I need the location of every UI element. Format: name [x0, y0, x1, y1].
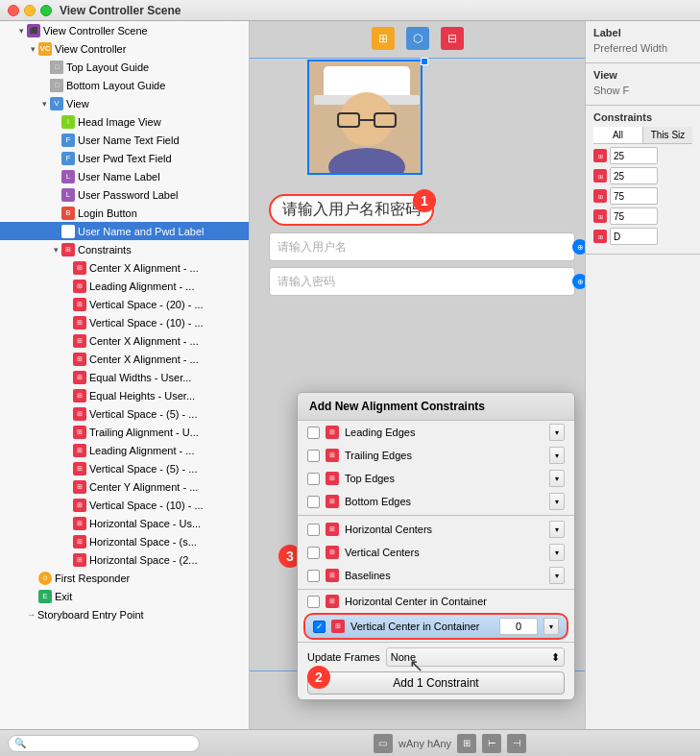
sidebar-item-center-x-3[interactable]: ⊞ Center X Alignment - ...	[0, 350, 249, 368]
corner-handle[interactable]	[421, 58, 428, 65]
popup-row-vert-container[interactable]: ✓ ⊞ Vertical Center in Container 0 ▾	[303, 613, 568, 640]
constraint-value-2[interactable]: 25	[610, 167, 658, 184]
constraint-icon: ⊞	[73, 316, 86, 329]
search-box[interactable]: 🔍	[8, 735, 200, 752]
tab-this-size[interactable]: This Siz	[643, 127, 692, 143]
bottom-edges-checkbox[interactable]	[307, 496, 320, 508]
sidebar-item-view[interactable]: V View	[0, 94, 249, 112]
popup-row-leading-edges[interactable]: ⊞ Leading Edges ▾	[298, 421, 574, 444]
sidebar-item-vert-10b[interactable]: ⊞ Vertical Space - (10) - ...	[0, 496, 249, 514]
alignment-constraints-popup[interactable]: Add New Alignment Constraints ⊞ Leading …	[297, 392, 575, 700]
baselines-dropdown[interactable]: ▾	[549, 567, 565, 584]
window-controls[interactable]	[8, 5, 52, 16]
toolbar-icon-1[interactable]: ⊞	[372, 27, 395, 50]
horiz-centers-checkbox[interactable]	[307, 524, 320, 536]
vert-container-dropdown[interactable]: ▾	[543, 618, 559, 635]
trailing-edges-checkbox[interactable]	[307, 450, 320, 462]
leading-edges-dropdown[interactable]: ▾	[549, 424, 565, 441]
sidebar-item-vert-20[interactable]: ⊞ Vertical Space - (20) - ...	[0, 295, 249, 313]
popup-row-vert-centers[interactable]: ⊞ Vertical Centers ▾	[298, 541, 574, 564]
constraint-value-5[interactable]: D	[610, 228, 658, 245]
expand-icon[interactable]	[38, 98, 50, 110]
sidebar-item-label: Vertical Space - (10) - ...	[89, 500, 204, 511]
spacer	[61, 354, 73, 365]
expand-icon[interactable]	[50, 244, 61, 256]
sidebar-item-vert-10[interactable]: ⊞ Vertical Space - (10) - ...	[0, 313, 249, 331]
constraint-value-4[interactable]: 75	[610, 207, 658, 225]
sidebar-item-login-btn[interactable]: B Login Button	[0, 204, 249, 222]
sidebar-item-vert-5a[interactable]: ⊞ Vertical Space - (5) - ...	[0, 404, 249, 423]
sidebar-item-horiz-us[interactable]: ⊞ Horizontal Space - Us...	[0, 514, 249, 532]
bottom-icon-anchor[interactable]: ⊣	[507, 734, 526, 753]
sidebar-item-equal-heights[interactable]: ⊞ Equal Heights - User...	[0, 386, 249, 404]
bottom-icon-ruler[interactable]: ⊢	[482, 734, 501, 753]
sidebar-item-bottom-layout[interactable]: □ Bottom Layout Guide	[0, 76, 249, 94]
top-edges-checkbox[interactable]	[307, 473, 320, 485]
toolbar-icon-3[interactable]: ⊟	[441, 27, 464, 50]
sidebar-item-leading-1[interactable]: ⊞ Leading Alignment - ...	[0, 277, 249, 295]
minimize-button[interactable]	[24, 5, 36, 16]
popup-row-top-edges[interactable]: ⊞ Top Edges ▾	[298, 467, 574, 490]
add-constraint-button[interactable]: Add 1 Constraint	[307, 671, 565, 695]
vert-centers-dropdown[interactable]: ▾	[549, 544, 565, 561]
sidebar-item-first-responder[interactable]: ⊙ First Responder	[0, 569, 249, 587]
horiz-centers-dropdown[interactable]: ▾	[549, 521, 565, 538]
vert-container-checkbox[interactable]: ✓	[313, 621, 326, 633]
sidebar-item-pwd-label[interactable]: L User Password Label	[0, 185, 249, 204]
password-input[interactable]: 请输入密码 ⊕	[269, 267, 575, 296]
bottom-edges-dropdown[interactable]: ▾	[549, 493, 565, 510]
close-button[interactable]	[8, 5, 19, 16]
popup-row-horiz-container[interactable]: ⊞ Horizontal Center in Container	[298, 592, 574, 611]
popup-row-horiz-centers[interactable]: ⊞ Horizontal Centers ▾	[298, 518, 574, 541]
popup-row-baselines[interactable]: ⊞ Baselines ▾	[298, 564, 574, 587]
popup-row-trailing-edges[interactable]: ⊞ Trailing Edges ▾	[298, 444, 574, 467]
sidebar-item-view-controller[interactable]: VC View Controller	[0, 39, 249, 58]
label-section-title: Label	[593, 27, 692, 38]
sidebar-item-exit[interactable]: E Exit	[0, 587, 249, 605]
trailing-edges-dropdown[interactable]: ▾	[549, 447, 565, 464]
sidebar-item-constraints[interactable]: ⊞ Constraints	[0, 240, 249, 258]
leading-edges-checkbox[interactable]	[307, 427, 320, 439]
bottom-icon-layout[interactable]: ⊞	[457, 734, 476, 753]
sidebar-item-user-pwd-label[interactable]: L User Name and Pwd Label	[0, 222, 249, 240]
expand-icon[interactable]	[15, 25, 27, 37]
sidebar-item-vert-5b[interactable]: ⊞ Vertical Space - (5) - ...	[0, 459, 249, 477]
separator-2	[298, 589, 574, 590]
sidebar-item-trailing[interactable]: ⊞ Trailing Alignment - U...	[0, 423, 249, 441]
top-edges-dropdown[interactable]: ▾	[549, 470, 565, 487]
constraint-value-3[interactable]: 75	[610, 187, 658, 205]
sidebar-item-label: Storyboard Entry Point	[37, 609, 144, 621]
spacer	[61, 463, 73, 475]
sidebar-item-horiz-2[interactable]: ⊞ Horizontal Space - (2...	[0, 550, 249, 569]
sidebar-item-scene-root[interactable]: ⬛ View Controller Scene	[0, 21, 249, 39]
vert-centers-checkbox[interactable]	[307, 547, 320, 559]
expand-icon[interactable]	[27, 43, 38, 55]
popup-row-bottom-edges[interactable]: ⊞ Bottom Edges ▾	[298, 490, 574, 513]
sidebar-item-center-x-1[interactable]: ⊞ Center X Alignment - ...	[0, 258, 249, 277]
sidebar-item-horiz-s[interactable]: ⊞ Horizontal Space - (s...	[0, 532, 249, 550]
sidebar-item-head-image[interactable]: I Head Image View	[0, 112, 249, 131]
constraint-value-1[interactable]: 25	[610, 147, 658, 164]
sidebar-item-pwd-field[interactable]: F User Pwd Text Field	[0, 149, 249, 167]
username-input[interactable]: 请输入用户名 ⊕	[269, 232, 575, 261]
bottom-icon-screen[interactable]: ▭	[374, 734, 393, 753]
sidebar-item-leading-2[interactable]: ⊞ Leading Alignment - ...	[0, 441, 249, 459]
constraints-tabs[interactable]: All This Siz	[593, 127, 692, 144]
baselines-checkbox[interactable]	[307, 570, 320, 582]
label-icon: L	[61, 188, 75, 202]
sidebar-item-equal-widths[interactable]: ⊞ Equal Widths - User...	[0, 368, 249, 386]
sidebar-item-storyboard-entry[interactable]: → Storyboard Entry Point	[0, 605, 249, 623]
toolbar-icon-2[interactable]: ⬡	[406, 27, 429, 50]
tab-all[interactable]: All	[593, 127, 643, 143]
sidebar-item-center-y[interactable]: ⊞ Center Y Alignment - ...	[0, 477, 249, 496]
sidebar-item-label: Equal Heights - User...	[89, 390, 195, 402]
sidebar-item-username-field[interactable]: F User Name Text Field	[0, 131, 249, 149]
sidebar-item-top-layout[interactable]: □ Top Layout Guide	[0, 58, 249, 76]
vert-container-value[interactable]: 0	[499, 618, 538, 635]
canvas-toolbar[interactable]: ⊞ ⬡ ⊟	[372, 27, 464, 50]
sidebar-item-center-x-2[interactable]: ⊞ Center X Alignment - ...	[0, 331, 249, 350]
maximize-button[interactable]	[40, 5, 52, 16]
horiz-container-checkbox[interactable]	[307, 596, 320, 608]
sidebar-item-username-label[interactable]: L User Name Label	[0, 167, 249, 185]
sidebar[interactable]: ⬛ View Controller Scene VC View Controll…	[0, 21, 250, 729]
